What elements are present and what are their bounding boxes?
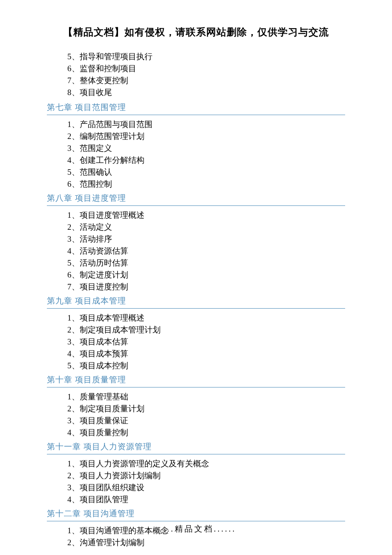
list-item: 3、范围定义	[67, 142, 345, 154]
list-item: 1、项目进度管理概述	[67, 209, 345, 221]
list-item: 2、编制范围管理计划	[67, 130, 345, 142]
page-header: 【精品文档】如有侵权，请联系网站删除，仅供学习与交流	[47, 26, 345, 39]
list-item: 2、制定项目成本管理计划	[67, 324, 345, 336]
page-footer: .....精品文档......	[0, 523, 392, 535]
chapter-title: 第十一章 项目人力资源管理	[47, 441, 345, 453]
list-item: 3、项目质量保证	[67, 415, 345, 427]
chapter-section: 第八章 项目进度管理1、项目进度管理概述2、活动定义3、活动排序4、活动资源估算…	[47, 193, 345, 293]
chapter-title: 第八章 项目进度管理	[47, 193, 345, 205]
list-item: 4、项目成本预算	[67, 348, 345, 360]
list-item: 4、活动资源估算	[67, 245, 345, 257]
chapter-section: 第七章 项目范围管理1、产品范围与项目范围2、编制范围管理计划3、范围定义4、创…	[47, 102, 345, 190]
document-page: 【精品文档】如有侵权，请联系网站删除，仅供学习与交流 5、指导和管理项目执行6、…	[0, 0, 392, 549]
list-item: 5、项目成本控制	[67, 360, 345, 372]
list-item: 7、整体变更控制	[67, 75, 345, 87]
chapter-section: 第十章 项目质量管理1、质量管理基础2、制定项目质量计划3、项目质量保证4、项目…	[47, 374, 345, 439]
list-item: 2、沟通管理计划编制	[67, 537, 345, 549]
chapter-items: 1、质量管理基础2、制定项目质量计划3、项目质量保证4、项目质量控制	[47, 391, 345, 439]
chapter-title: 第九章 项目成本管理	[47, 295, 345, 307]
list-item: 1、产品范围与项目范围	[67, 119, 345, 130]
list-item: 4、创建工作分解结构	[67, 154, 345, 166]
chapter-title: 第七章 项目范围管理	[47, 102, 345, 114]
list-item: 8、项目收尾	[67, 87, 345, 98]
list-item: 1、项目成本管理概述	[67, 312, 345, 324]
list-item: 6、范围控制	[67, 178, 345, 190]
chapter-divider	[47, 308, 345, 309]
list-item: 5、范围确认	[67, 166, 345, 178]
chapter-items: 1、项目人力资源管理的定义及有关概念2、项目人力资源计划编制3、项目团队组织建设…	[47, 458, 345, 506]
list-item: 1、项目人力资源管理的定义及有关概念	[67, 458, 345, 470]
list-item: 1、质量管理基础	[67, 391, 345, 403]
chapter-section: 第九章 项目成本管理1、项目成本管理概述2、制定项目成本管理计划3、项目成本估算…	[47, 295, 345, 372]
list-item: 3、活动排序	[67, 233, 345, 245]
chapter-items: 1、产品范围与项目范围2、编制范围管理计划3、范围定义4、创建工作分解结构5、范…	[47, 119, 345, 190]
list-item: 4、项目团队管理	[67, 494, 345, 506]
chapter-divider	[47, 205, 345, 206]
chapter-divider	[47, 454, 345, 454]
list-item: 5、活动历时估算	[67, 257, 345, 269]
list-item: 3、项目成本估算	[67, 336, 345, 348]
list-item: 6、监督和控制项目	[67, 63, 345, 75]
pre-chapter-items: 5、指导和管理项目执行6、监督和控制项目7、整体变更控制8、项目收尾	[47, 51, 345, 98]
list-item: 2、项目人力资源计划编制	[67, 470, 345, 482]
list-item: 3、项目团队组织建设	[67, 482, 345, 494]
list-item: 5、指导和管理项目执行	[67, 51, 345, 63]
chapter-title: 第十章 项目质量管理	[47, 374, 345, 386]
chapter-items: 1、项目进度管理概述2、活动定义3、活动排序4、活动资源估算5、活动历时估算6、…	[47, 209, 345, 293]
chapter-divider	[47, 521, 345, 521]
list-item: 7、项目进度控制	[67, 281, 345, 293]
chapter-title: 第十二章 项目沟通管理	[47, 508, 345, 520]
list-item: 2、活动定义	[67, 221, 345, 233]
chapter-divider	[47, 115, 345, 115]
chapter-divider	[47, 387, 345, 387]
list-item: 2、制定项目质量计划	[67, 403, 345, 415]
chapter-section: 第十一章 项目人力资源管理1、项目人力资源管理的定义及有关概念2、项目人力资源计…	[47, 441, 345, 506]
chapter-items: 1、项目成本管理概述2、制定项目成本管理计划3、项目成本估算4、项目成本预算5、…	[47, 312, 345, 372]
list-item: 4、项目质量控制	[67, 427, 345, 439]
list-item: 6、制定进度计划	[67, 269, 345, 281]
